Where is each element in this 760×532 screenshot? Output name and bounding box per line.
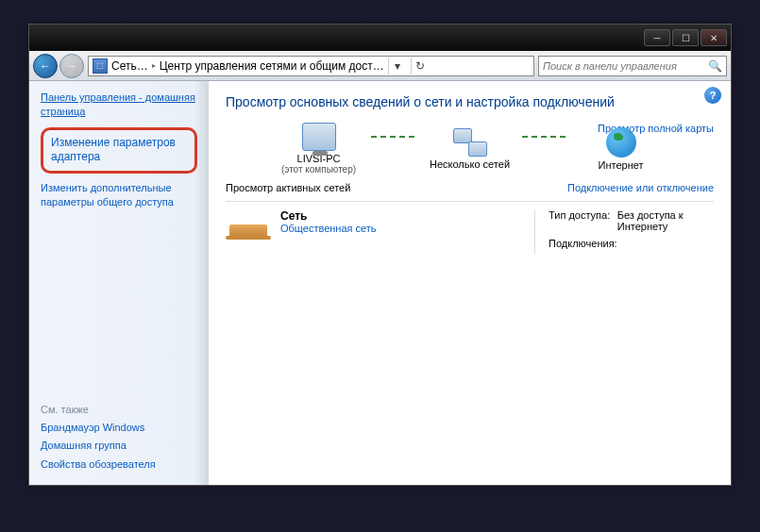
- pc-icon: [302, 123, 336, 151]
- titlebar: ─ ☐ ✕: [29, 25, 731, 51]
- maximize-button[interactable]: ☐: [672, 29, 699, 46]
- refresh-icon[interactable]: ↻: [411, 58, 430, 75]
- connections-label: Подключения:: [549, 238, 633, 249]
- see-also-header: См. также: [41, 404, 197, 415]
- control-panel-home-link[interactable]: Панель управления - домашняя страница: [41, 91, 197, 120]
- network-name: Сеть: [280, 209, 525, 223]
- window: ─ ☐ ✕ ← → ⬚ Сеть… ▸ Центр управления сет…: [28, 24, 732, 486]
- node-multi-networks: Несколько сетей: [418, 128, 522, 170]
- globe-icon: [606, 127, 636, 158]
- forward-button[interactable]: →: [59, 54, 84, 78]
- navbar: ← → ⬚ Сеть… ▸ Центр управления сетями и …: [29, 51, 731, 81]
- breadcrumb-network[interactable]: Сеть…: [111, 59, 148, 73]
- homegroup-link[interactable]: Домашняя группа: [41, 439, 197, 453]
- address-bar[interactable]: ⬚ Сеть… ▸ Центр управления сетями и общи…: [88, 56, 534, 76]
- search-input[interactable]: [543, 60, 708, 72]
- connect-disconnect-link[interactable]: Подключение или отключение: [567, 182, 714, 193]
- network-entry: Сеть Общественная сеть Тип доступа: Без …: [226, 209, 714, 255]
- network-center-icon: ⬚: [93, 58, 108, 74]
- change-adapter-settings-link[interactable]: Изменение параметров адаптера: [41, 127, 197, 174]
- access-type-label: Тип доступа:: [549, 209, 617, 232]
- search-box[interactable]: 🔍: [538, 56, 727, 76]
- help-icon[interactable]: ?: [704, 87, 721, 104]
- internet-options-link[interactable]: Свойства обозревателя: [41, 457, 197, 472]
- connector-line: [522, 136, 569, 138]
- back-button[interactable]: ←: [33, 54, 58, 78]
- main-panel: ? Просмотр основных сведений о сети и на…: [209, 81, 731, 485]
- node-this-pc: LIVSI-PC (этот компьютер): [267, 123, 371, 175]
- content: Панель управления - домашняя страница Из…: [29, 81, 731, 485]
- search-icon[interactable]: 🔍: [708, 59, 722, 73]
- see-also: См. также Брандмауэр Windows Домашняя гр…: [41, 404, 197, 475]
- close-button[interactable]: ✕: [701, 29, 727, 46]
- network-details: Тип доступа: Без доступа к Интернету Под…: [534, 209, 714, 255]
- access-type-value: Без доступа к Интернету: [617, 209, 714, 232]
- active-networks-section: Просмотр активных сетей Подключение или …: [226, 182, 714, 255]
- node-pc-sub: (этот компьютер): [281, 164, 356, 175]
- connector-line: [371, 136, 418, 138]
- network-map: Просмотр полной карты LIVSI-PC (этот ком…: [226, 123, 714, 175]
- advanced-sharing-link[interactable]: Изменить дополнительные параметры общего…: [41, 181, 197, 210]
- multi-network-icon: [453, 128, 487, 157]
- network-type-link[interactable]: Общественная сеть: [280, 223, 525, 234]
- breadcrumb-network-center[interactable]: Центр управления сетями и общим дост…: [160, 59, 384, 73]
- minimize-button[interactable]: ─: [644, 29, 670, 46]
- public-network-icon: [226, 209, 271, 240]
- page-title: Просмотр основных сведений о сети и наст…: [226, 94, 714, 109]
- node-internet-label: Интернет: [599, 159, 644, 171]
- active-networks-label: Просмотр активных сетей: [226, 182, 350, 193]
- address-dropdown-icon[interactable]: ▾: [388, 58, 407, 75]
- chevron-right-icon[interactable]: ▸: [152, 61, 156, 70]
- node-multi-label: Несколько сетей: [430, 158, 510, 170]
- firewall-link[interactable]: Брандмауэр Windows: [41, 421, 197, 435]
- sidebar: Панель управления - домашняя страница Из…: [29, 81, 209, 485]
